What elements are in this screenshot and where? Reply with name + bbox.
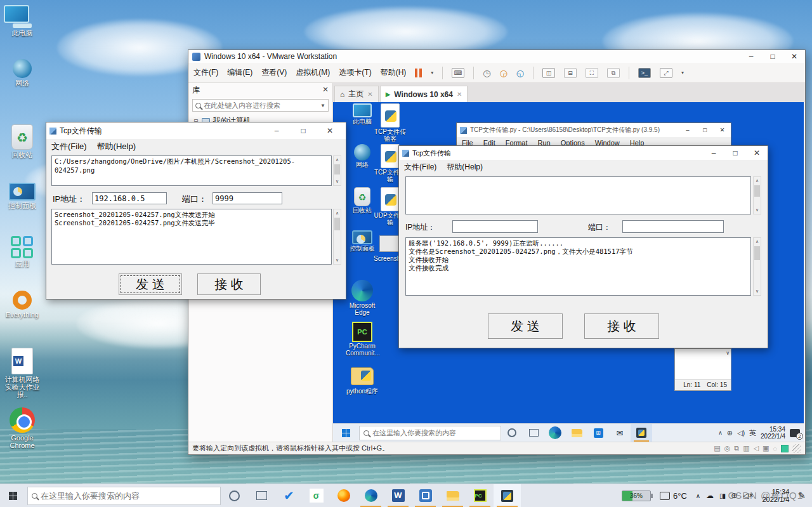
manage-snapshots-icon[interactable]: ◵	[516, 68, 524, 78]
close-button[interactable]: ✕	[783, 50, 805, 63]
console-view-icon[interactable]: >_	[638, 68, 651, 78]
show-library-icon[interactable]: ◫	[542, 68, 555, 78]
onedrive-icon[interactable]: ☁	[706, 491, 714, 500]
search-dropdown-icon[interactable]: ▼	[320, 103, 325, 109]
tab-home[interactable]: ⌂ 主页 ✕	[334, 86, 379, 102]
vm-ip-input[interactable]	[452, 220, 538, 233]
desktop-icon-word-doc[interactable]: 计算机网络实验大作业报..	[4, 348, 41, 398]
weather-widget[interactable]: 6°C	[660, 491, 687, 501]
taskbar-app-explorer[interactable]	[439, 484, 466, 507]
menu-help[interactable]: 帮助(H)	[381, 67, 407, 78]
scroll-down-icon[interactable]: ∨	[726, 350, 730, 356]
stretch-guest-icon[interactable]: ⤢	[660, 68, 672, 78]
task-view-button[interactable]	[248, 484, 275, 507]
sound-device-icon[interactable]: ◁	[754, 444, 759, 452]
vm-taskbar-explorer[interactable]	[566, 424, 587, 442]
unity-mode-icon[interactable]: ⧉	[607, 68, 620, 78]
vm-taskbar-search[interactable]	[359, 426, 501, 440]
menu-vm[interactable]: 虚拟机(M)	[296, 67, 330, 78]
library-search[interactable]: ▼	[192, 99, 329, 112]
taskbar-app-firefox[interactable]	[330, 484, 357, 507]
taskbar-search[interactable]	[27, 487, 221, 505]
scroll-up-icon[interactable]: ∧	[754, 238, 761, 246]
vm-cortana-button[interactable]	[501, 424, 523, 442]
vm-log-textarea[interactable]: 服务器('192.168.0.5', 9999)正在监听...... 文件名是S…	[405, 237, 751, 296]
scrollbar[interactable]: ∧ ∨	[333, 155, 341, 186]
vm-guest-screen[interactable]: 此电脑 网络 ♻ 回收站 控制面板 Microsoft Edge PC PyCh…	[333, 102, 804, 442]
menu-tabs[interactable]: 选项卡(T)	[339, 67, 371, 78]
vm-icon-tcp-client-file[interactable]: TCP文件传输客	[374, 103, 407, 142]
taskbar-app-edge[interactable]	[357, 484, 384, 507]
scroll-up-icon[interactable]: ∧	[754, 177, 761, 185]
host-port-input[interactable]	[213, 192, 282, 204]
scroll-up-icon[interactable]: ∧	[334, 209, 341, 217]
desktop-icon-this-pc[interactable]: 此电脑	[4, 5, 41, 37]
taskbar-app-sigma[interactable]: σ	[303, 484, 330, 507]
host-tcp-window[interactable]: Tcp文件传输 – □ ✕ 文件(File) 帮助(Help) C:/Users…	[46, 122, 346, 300]
vm-port-input[interactable]	[622, 220, 724, 233]
taskbar-search-input[interactable]	[41, 491, 216, 501]
vm-taskbar-edge[interactable]	[544, 424, 566, 442]
taskbar-app-word[interactable]: W	[384, 484, 412, 507]
desktop-icon-control-panel[interactable]: 控制面板	[4, 183, 41, 209]
taskbar-app-vmware[interactable]	[412, 484, 439, 507]
desktop-icon-network[interactable]: 网络	[4, 59, 41, 87]
menu-edit[interactable]: 编辑(E)	[227, 67, 252, 78]
menu-view[interactable]: 查看(V)	[261, 67, 287, 78]
battery-icon[interactable]: ▯▮	[719, 492, 725, 499]
tab-windows10[interactable]: ▶ Windows 10 x64 ✕	[380, 86, 468, 102]
vm-icon-edge[interactable]: Microsoft Edge	[346, 280, 379, 316]
maximize-button[interactable]: □	[697, 125, 714, 135]
vm-clock[interactable]: 15:34 2022/1/4	[761, 426, 785, 440]
revert-snapshot-icon[interactable]: ◶	[500, 68, 508, 78]
scrollbar[interactable]: ∧ ∨	[753, 237, 761, 296]
idle-titlebar[interactable]: TCP文件传输.py - C:\Users\86158\Desktop\TCP文…	[457, 123, 731, 137]
show-thumbnail-bar-icon[interactable]: ⊟	[564, 68, 577, 78]
menu-help[interactable]: 帮助(Help)	[97, 141, 136, 152]
minimize-button[interactable]: –	[703, 147, 724, 159]
fullscreen-icon[interactable]: ⛶	[586, 68, 598, 78]
tray-chevron-icon[interactable]: ∧	[696, 492, 700, 499]
resize-grip[interactable]	[792, 444, 801, 453]
scroll-down-icon[interactable]: ∨	[334, 256, 341, 264]
host-send-button[interactable]: 发 送	[119, 273, 182, 295]
volume-icon[interactable]: ◁)	[737, 429, 745, 437]
ime-indicator[interactable]: 英	[749, 428, 756, 438]
scrollbar-thumb[interactable]	[754, 185, 760, 197]
menu-file[interactable]: 文件(File)	[51, 141, 87, 152]
vm-tcp-titlebar[interactable]: Tcp文件传输 – □ ✕	[399, 146, 768, 160]
printer-device-icon[interactable]: ▥	[743, 444, 749, 452]
close-button[interactable]: ✕	[714, 125, 731, 135]
minimize-button[interactable]: –	[679, 125, 696, 135]
pause-dropdown-icon[interactable]: ▾	[431, 70, 433, 76]
close-button[interactable]: ✕	[319, 124, 341, 137]
library-close-icon[interactable]: ✕	[322, 85, 329, 96]
stretch-dropdown-icon[interactable]: ▾	[681, 70, 684, 76]
scroll-down-icon[interactable]: ∨	[334, 178, 341, 185]
taskbar-app-idle[interactable]	[494, 484, 521, 507]
scroll-down-icon[interactable]: ∨	[754, 287, 761, 295]
tray-chevron-icon[interactable]: ∧	[718, 430, 723, 436]
vm-icon-python-folder[interactable]: python程序	[346, 365, 379, 395]
vm-file-path-textarea[interactable]	[405, 176, 751, 214]
take-snapshot-icon[interactable]: ◷	[483, 68, 490, 78]
close-button[interactable]: ✕	[746, 147, 768, 159]
scroll-down-icon[interactable]: ∨	[754, 206, 761, 214]
menu-file[interactable]: 文件(F)	[193, 67, 218, 78]
menu-file[interactable]: 文件(File)	[404, 162, 436, 173]
vm-search-input[interactable]	[372, 429, 497, 437]
vm-taskbar-store[interactable]: ⊞	[587, 424, 609, 442]
scrollbar[interactable]: ∧ ∨	[753, 176, 761, 214]
scrollbar-thumb[interactable]	[754, 246, 760, 260]
vm-task-view-button[interactable]	[523, 424, 544, 442]
tab-close-icon[interactable]: ✕	[367, 91, 372, 98]
host-log-textarea[interactable]: Screenshot_20201205-024257.png文件发送开始 Scr…	[51, 209, 332, 265]
taskbar-app-pycharm[interactable]: PC	[466, 484, 494, 507]
maximize-button[interactable]: □	[762, 50, 783, 63]
maximize-button[interactable]: □	[292, 124, 314, 137]
host-ip-input[interactable]	[92, 192, 167, 204]
desktop-icon-everything[interactable]: Everything	[4, 291, 41, 319]
host-receive-button[interactable]: 接 收	[197, 273, 261, 295]
hdd-device-icon[interactable]: ▤	[714, 444, 720, 452]
vm-receive-button[interactable]: 接 收	[584, 313, 659, 339]
